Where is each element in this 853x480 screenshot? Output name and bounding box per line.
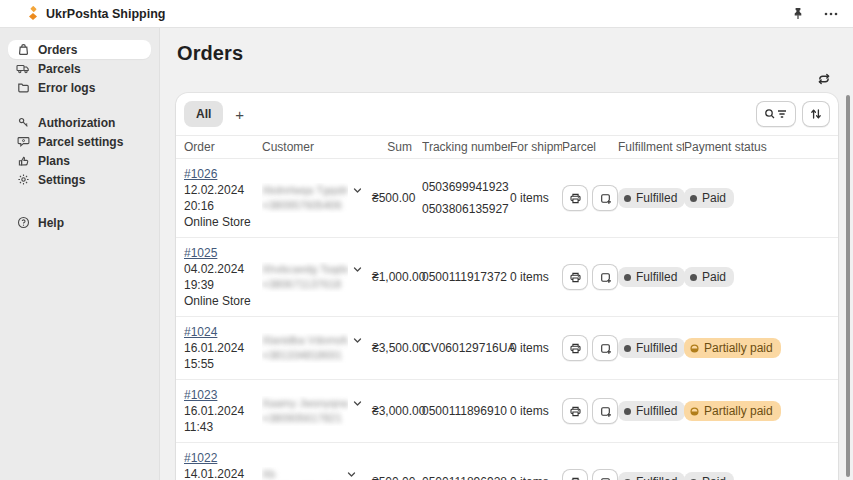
order-link[interactable]: #1024 <box>184 325 217 339</box>
sidebar-item-parcels[interactable]: Parcels <box>8 59 151 78</box>
column-header-order[interactable]: Order <box>184 140 262 154</box>
column-header-customer[interactable]: Customer <box>262 140 372 154</box>
add-view-button[interactable]: + <box>227 103 252 126</box>
print-button[interactable] <box>562 264 588 290</box>
customer-name-redacted: Xb <box>262 467 342 480</box>
create-parcel-button[interactable] <box>592 335 618 361</box>
payment-status-badge: Paid <box>684 267 734 287</box>
tracking-number: 0500111896928 <box>422 474 510 480</box>
sidebar-item-authorization[interactable]: Authorization <box>8 113 151 132</box>
tracking-number: CV060129716UA <box>422 340 510 356</box>
payment-status-badge: Paid <box>684 472 734 480</box>
partially-paid-icon <box>690 407 699 416</box>
tracking-cell: 05036999419230503806135927 <box>422 179 510 217</box>
column-header-tracking[interactable]: Tracking number <box>422 140 510 154</box>
topbar: UkrPoshta Shipping <box>0 0 853 28</box>
folder-icon <box>16 81 30 95</box>
tracking-number: 0503699941923 <box>422 179 510 195</box>
payment-status-label: Paid <box>702 190 726 206</box>
table-row[interactable]: #1026 12.02.2024 20:16 Online Store Xkdn… <box>176 159 838 238</box>
column-header-sum[interactable]: Sum <box>372 140 422 154</box>
sidebar: Orders Parcels Error log <box>0 28 160 480</box>
order-link[interactable]: #1025 <box>184 246 217 260</box>
sidebar-item-plans[interactable]: Plans <box>8 151 151 170</box>
more-options-icon[interactable] <box>821 5 841 23</box>
create-parcel-button[interactable] <box>592 185 618 211</box>
help-icon <box>16 216 30 230</box>
search-and-filter-button[interactable] <box>756 101 796 127</box>
payment-status-badge: Paid <box>684 188 734 208</box>
tracking-cell: 0500111917372 <box>422 269 510 285</box>
sidebar-item-label: Parcel settings <box>38 135 123 149</box>
order-link[interactable]: #1026 <box>184 167 217 181</box>
for-shipment-count: 0 items <box>510 474 562 480</box>
fulfillment-status-badge: Fulfilled <box>618 472 685 480</box>
chevron-down-icon[interactable] <box>352 185 363 196</box>
sidebar-item-label: Plans <box>38 154 70 168</box>
table-header-row: Order Customer Sum Tracking number For s… <box>176 135 838 159</box>
payment-status-label: Partially paid <box>704 403 773 419</box>
app-logo-icon <box>28 6 38 21</box>
tracking-number: 0500111917372 <box>422 269 510 285</box>
create-parcel-button[interactable] <box>592 469 618 480</box>
payment-status-badge: Partially paid <box>684 338 781 358</box>
print-button[interactable] <box>562 398 588 424</box>
print-button[interactable] <box>562 185 588 211</box>
column-header-payment[interactable]: Payment status <box>684 140 830 154</box>
chevron-down-icon[interactable] <box>352 335 363 346</box>
order-date: 16.01.2024 11:43 <box>184 403 262 435</box>
pin-icon[interactable] <box>789 5 807 23</box>
status-dot-icon <box>690 274 697 281</box>
tracking-number: 0500111896910 <box>422 403 510 419</box>
table-row[interactable]: #1025 04.02.2024 19:39 Online Store Xhvb… <box>176 238 838 317</box>
table-row[interactable]: #1022 14.01.2024 12:30 Online Store Xb +… <box>176 443 838 480</box>
order-channel: Online Store <box>184 293 262 309</box>
for-shipment-count: 0 items <box>510 340 562 356</box>
customer-phone-redacted: +381334818691 <box>262 348 348 363</box>
table-row[interactable]: #1023 16.01.2024 11:43 Xaamy Jwsnyqnaso … <box>176 380 838 443</box>
tracking-cell: 0500111896910 <box>422 403 510 419</box>
print-button[interactable] <box>562 469 588 480</box>
sidebar-item-label: Authorization <box>38 116 115 130</box>
sidebar-item-label: Settings <box>38 173 85 187</box>
print-button[interactable] <box>562 335 588 361</box>
sidebar-item-settings[interactable]: Settings <box>8 170 151 189</box>
refresh-button[interactable] <box>810 67 838 91</box>
order-sum: ₴3,500.00 <box>372 340 422 356</box>
column-header-fulfillment[interactable]: Fulfillment status <box>618 140 684 154</box>
sidebar-item-orders[interactable]: Orders <box>8 40 151 59</box>
payment-status-label: Paid <box>702 269 726 285</box>
table-row[interactable]: #1024 16.01.2024 15:55 Xlanidba Vdomsfwk… <box>176 317 838 380</box>
create-parcel-button[interactable] <box>592 398 618 424</box>
fulfillment-status-badge: Fulfilled <box>618 338 685 358</box>
tracking-cell: CV060129716UA <box>422 340 510 356</box>
chevron-down-icon[interactable] <box>346 469 357 480</box>
order-date: 12.02.2024 20:16 <box>184 182 262 214</box>
vertical-scrollbar[interactable] <box>846 95 850 477</box>
sidebar-item-parcel-settings[interactable]: Parcel settings <box>8 132 151 151</box>
order-date: 16.01.2024 15:55 <box>184 340 262 372</box>
sidebar-item-help[interactable]: Help <box>8 213 151 232</box>
column-header-shipment[interactable]: For shipment <box>510 140 562 154</box>
order-channel: Online Store <box>184 214 262 230</box>
fulfillment-status-label: Fulfilled <box>636 340 677 356</box>
sidebar-item-error-logs[interactable]: Error logs <box>8 78 151 97</box>
chevron-down-icon[interactable] <box>352 398 363 409</box>
column-header-parcel[interactable]: Parcel <box>562 140 618 154</box>
tab-all[interactable]: All <box>184 101 223 127</box>
chevron-down-icon[interactable] <box>352 264 363 275</box>
customer-name-redacted: Xlanidba Vdomsfwk Bw… <box>262 333 348 348</box>
order-link[interactable]: #1023 <box>184 388 217 402</box>
order-link[interactable]: #1022 <box>184 451 217 465</box>
key-icon <box>16 116 30 130</box>
for-shipment-count: 0 items <box>510 190 562 206</box>
main-content: Orders All + <box>160 28 853 480</box>
for-shipment-count: 0 items <box>510 269 562 285</box>
truck-icon <box>16 62 30 76</box>
app-title: UkrPoshta Shipping <box>46 7 165 21</box>
sort-button[interactable] <box>802 101 830 127</box>
payment-status-label: Paid <box>702 474 726 480</box>
create-parcel-button[interactable] <box>592 264 618 290</box>
fulfillment-status-label: Fulfilled <box>636 190 677 206</box>
sidebar-item-label: Parcels <box>38 62 81 76</box>
